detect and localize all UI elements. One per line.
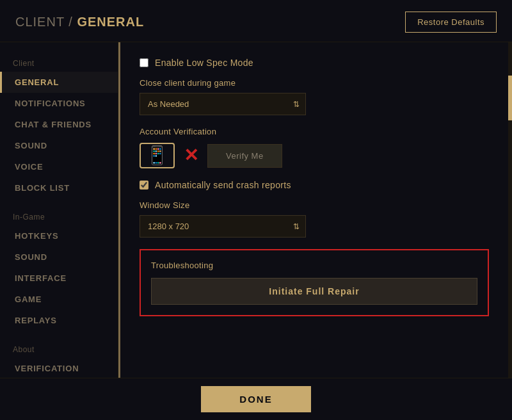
sidebar-item-interface[interactable]: INTERFACE [0,268,118,289]
title-prefix: CLIENT / [15,15,77,29]
scrollbar-thumb [508,76,512,120]
scrollbar-track[interactable] [508,42,512,378]
phone-icon: 📱 [140,143,175,168]
window-size-select-wrapper: 1280 x 720 1024 x 576 1600 x 900 ⇅ [140,215,306,238]
account-verification-label: Account Verification [140,127,489,136]
sidebar-item-replays[interactable]: REPLAYS [0,310,118,331]
done-button[interactable]: DONE [201,386,310,412]
window-size-label: Window Size [140,200,489,210]
sidebar-item-general[interactable]: GENERAL [0,72,118,93]
sidebar-item-block-list[interactable]: BLOCK LIST [0,177,118,198]
title-main: GENERAL [77,15,144,29]
x-mark-icon: ✕ [184,147,198,165]
verify-me-button[interactable]: Verify Me [207,144,282,168]
sidebar-item-game[interactable]: GAME [0,289,118,310]
sidebar-item-voice[interactable]: VOICE [0,156,118,177]
low-spec-row: Enable Low Spec Mode [140,58,489,68]
restore-defaults-button[interactable]: Restore Defaults [405,12,497,33]
verification-controls: 📱 ✕ Verify Me [140,143,489,168]
window-size-row: Window Size 1280 x 720 1024 x 576 1600 x… [140,200,489,238]
troubleshooting-box: Troubleshooting Initiate Full Repair [140,249,489,316]
sidebar-item-chat-friends[interactable]: CHAT & FRIENDS [0,114,118,135]
initiate-full-repair-button[interactable]: Initiate Full Repair [151,278,477,305]
window-size-select[interactable]: 1280 x 720 1024 x 576 1600 x 900 [140,215,306,238]
main-layout: Client GENERAL NOTIFICATIONS CHAT & FRIE… [0,42,512,378]
in-game-section-label: In-Game [0,206,118,225]
close-client-select[interactable]: As Needed Never Always [140,93,306,115]
footer: DONE [0,378,512,420]
header: CLIENT / GENERAL Restore Defaults [0,0,512,42]
close-client-row: Close client during game As Needed Never… [140,78,489,115]
low-spec-label: Enable Low Spec Mode [155,58,253,68]
close-client-select-wrapper: As Needed Never Always ⇅ [140,93,306,115]
crash-reports-label: Automatically send crash reports [155,180,291,190]
sidebar-item-sound-client[interactable]: SOUND [0,135,118,156]
crash-reports-checkbox[interactable] [140,181,148,190]
crash-reports-row: Automatically send crash reports [140,180,489,190]
sidebar-item-hotkeys[interactable]: HOTKEYS [0,225,118,246]
sidebar-item-notifications[interactable]: NOTIFICATIONS [0,93,118,114]
app-container: CLIENT / GENERAL Restore Defaults Client… [0,0,512,420]
client-section-label: Client [0,52,118,72]
content-area: Enable Low Spec Mode Close client during… [120,42,508,378]
about-section-label: About [0,339,118,358]
page-title: CLIENT / GENERAL [15,15,144,29]
sidebar-item-sound-ig[interactable]: SOUND [0,246,118,268]
low-spec-checkbox[interactable] [140,58,148,67]
troubleshooting-label: Troubleshooting [151,261,477,270]
close-client-label: Close client during game [140,78,489,88]
account-verification-row: Account Verification 📱 ✕ Verify Me [140,127,489,168]
sidebar-item-verification[interactable]: VERIFICATION [0,358,118,378]
sidebar: Client GENERAL NOTIFICATIONS CHAT & FRIE… [0,42,118,378]
